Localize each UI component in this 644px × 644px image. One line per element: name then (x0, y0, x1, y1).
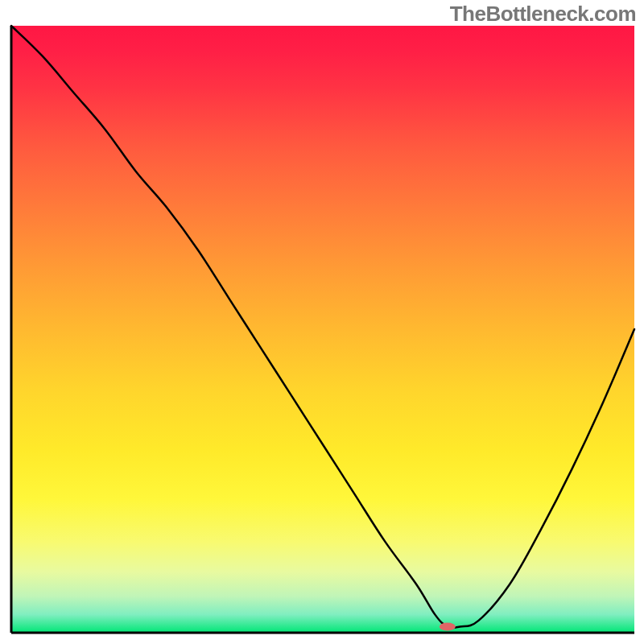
bottleneck-chart: TheBottleneck.com (0, 0, 644, 644)
optimum-marker (440, 622, 456, 630)
plot-background (11, 26, 634, 633)
chart-svg (0, 0, 644, 644)
watermark-text: TheBottleneck.com (450, 2, 636, 27)
